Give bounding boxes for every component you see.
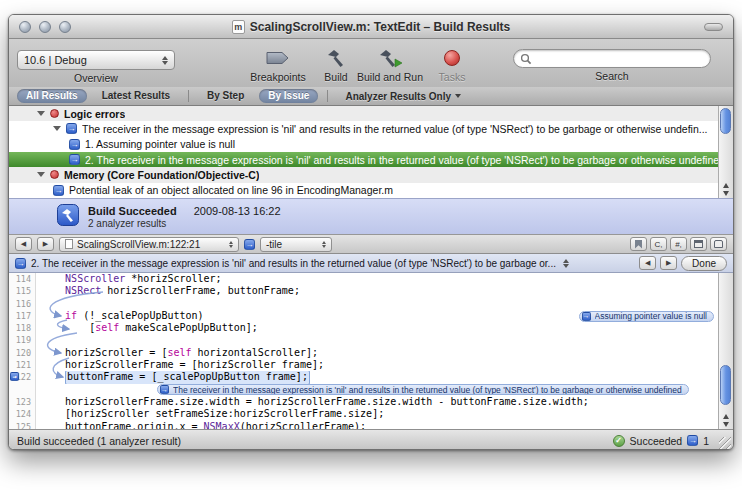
- filter-segment-by-step[interactable]: By Step: [198, 89, 253, 103]
- results-rows: Logic errors→The receiver in the message…: [9, 106, 718, 198]
- code-lines: 114 NSScroller *horizScroller;115 NSRect…: [9, 273, 718, 429]
- lock-button[interactable]: [710, 237, 727, 251]
- title-bar[interactable]: m ScalingScrollView.m: TextEdit – Build …: [9, 15, 733, 39]
- result-label: 2. The receiver in the message expressio…: [85, 154, 718, 166]
- build-and-run-button[interactable]: Build and Run: [347, 47, 433, 83]
- result-row[interactable]: →2. The receiver in the message expressi…: [9, 152, 718, 167]
- line-number: [9, 384, 36, 396]
- source-editor[interactable]: 114 NSScroller *horizScroller;115 NSRect…: [9, 273, 733, 429]
- result-row[interactable]: →1. Assuming pointer value is null: [9, 137, 718, 152]
- previous-issue-button[interactable]: ◀: [639, 256, 656, 270]
- scroll-down-icon[interactable]: [723, 422, 729, 427]
- filter-segment-by-issue[interactable]: By Issue: [259, 89, 318, 103]
- code-line[interactable]: 116: [9, 298, 718, 310]
- code-text: →The receiver in the message expression …: [36, 384, 718, 396]
- analyzer-results-only-popup[interactable]: Analyzer Results Only: [345, 91, 461, 102]
- analyzer-indicator-icon: →: [244, 239, 255, 250]
- filter-segment-latest-results[interactable]: Latest Results: [93, 89, 179, 103]
- analyzer-count: 1: [703, 435, 709, 447]
- tasks-button[interactable]: Tasks: [423, 47, 481, 83]
- build-succeeded-icon: [57, 204, 79, 230]
- code-line[interactable]: 125 buttonFrame.origin.x = NSMaxX(horizS…: [9, 421, 718, 429]
- counterparts-button[interactable]: C,: [650, 237, 667, 251]
- scroll-down-icon[interactable]: [723, 191, 729, 196]
- tasks-label: Tasks: [439, 71, 466, 83]
- analyzer-arrow-icon: →: [15, 258, 26, 269]
- line-number: 123: [9, 396, 36, 408]
- doc-badge-letter: m: [234, 22, 242, 32]
- split-view-icon: [694, 240, 703, 248]
- scrollbar-thumb[interactable]: [720, 365, 731, 405]
- file-location: ScalingScrollView.m:122:21: [77, 239, 200, 250]
- popup-arrows-icon[interactable]: [563, 259, 569, 268]
- result-row[interactable]: →The receiver in the message expression …: [9, 121, 718, 136]
- document-proxy-icon[interactable]: m: [232, 20, 245, 34]
- minimize-button[interactable]: [39, 21, 51, 33]
- toolbar-toggle-button[interactable]: [704, 23, 723, 31]
- next-issue-button[interactable]: ▶: [660, 256, 677, 270]
- results-scrollbar[interactable]: [718, 106, 733, 198]
- result-row[interactable]: Logic errors: [9, 106, 718, 121]
- scroll-up-icon[interactable]: [723, 183, 729, 188]
- separator: [327, 90, 328, 102]
- included-files-button[interactable]: #,: [670, 237, 687, 251]
- code-text: horizScroller = [self horizontalScroller…: [36, 347, 718, 359]
- search-input[interactable]: [513, 49, 711, 68]
- code-line[interactable]: 120 horizScroller = [self horizontalScro…: [9, 347, 718, 359]
- code-line[interactable]: 114 NSScroller *horizScroller;: [9, 273, 718, 285]
- code-line[interactable]: 119: [9, 334, 718, 346]
- code-line[interactable]: 118 [self makeScalePopUpButton];: [9, 322, 718, 334]
- search-icon: [520, 53, 532, 65]
- toolbar: 10.6 | Debug Overview Breakpoints Build: [9, 39, 733, 87]
- result-label: Potential leak of an object allocated on…: [69, 184, 393, 196]
- line-number: 118: [9, 322, 36, 334]
- code-line[interactable]: 121 horizScrollerFrame = [horizScroller …: [9, 359, 718, 371]
- code-line[interactable]: 115 NSRect horizScrollerFrame, buttonFra…: [9, 285, 718, 297]
- succeeded-label: Succeeded: [630, 435, 683, 447]
- overview-group: 10.6 | Debug Overview: [17, 50, 175, 84]
- code-line[interactable]: 124 [horizScroller setFrameSize:horizScr…: [9, 408, 718, 420]
- back-button[interactable]: ◀: [15, 237, 32, 251]
- done-button[interactable]: Done: [681, 256, 727, 271]
- scrollbar-thumb[interactable]: [720, 108, 731, 134]
- build-timestamp: 2009-08-13 16:22: [194, 205, 281, 217]
- category-icon: [50, 170, 59, 179]
- file-icon: [65, 239, 73, 249]
- code-line[interactable]: →The receiver in the message expression …: [9, 384, 718, 396]
- forward-button[interactable]: ▶: [37, 237, 54, 251]
- code-line[interactable]: 117 if (!_scalePopUpButton)→Assuming poi…: [9, 310, 718, 322]
- analyzer-issue-bar: → 2. The receiver in the message express…: [9, 254, 733, 273]
- close-button[interactable]: [19, 21, 31, 33]
- scrollbar-arrows[interactable]: [719, 183, 733, 196]
- result-label: The receiver in the message expression i…: [82, 123, 708, 135]
- overview-popup[interactable]: 10.6 | Debug: [17, 50, 175, 70]
- scroll-up-icon[interactable]: [723, 414, 729, 419]
- code-line[interactable]: 122→ buttonFrame = [_scalePopUpButton fr…: [9, 371, 718, 383]
- editor-scrollbar[interactable]: [718, 273, 733, 429]
- result-label: Logic errors: [64, 108, 125, 120]
- code-line[interactable]: 123 horizScrollerFrame.size.width = hori…: [9, 396, 718, 408]
- disclosure-triangle-icon[interactable]: [53, 126, 61, 131]
- analyzer-arrow-icon: →: [66, 123, 77, 134]
- file-history-popup[interactable]: ScalingScrollView.m:122:21: [59, 237, 239, 252]
- overview-value: 10.6 | Debug: [24, 54, 87, 66]
- bookmark-icon: [635, 240, 642, 249]
- code-text: [self makeScalePopUpButton];: [36, 322, 718, 334]
- scrollbar-arrows[interactable]: [719, 414, 733, 427]
- bookmarks-button[interactable]: [630, 237, 647, 251]
- split-editor-button[interactable]: [690, 237, 707, 251]
- disclosure-triangle-icon[interactable]: [37, 172, 45, 177]
- function-popup[interactable]: -tile: [260, 237, 332, 252]
- filter-segment-all-results[interactable]: All Results: [17, 89, 87, 103]
- code-text: buttonFrame = [_scalePopUpButton frame];: [36, 371, 718, 383]
- resize-grip[interactable]: [719, 437, 731, 449]
- code-text: horizScrollerFrame.size.width = horizScr…: [36, 396, 718, 408]
- result-row[interactable]: Memory (Core Foundation/Objective-C): [9, 167, 718, 182]
- result-row[interactable]: →Potential leak of an object allocated o…: [9, 183, 718, 198]
- editor-navigation-bar: ◀ ▶ ScalingScrollView.m:122:21 → -tile C…: [9, 234, 733, 254]
- disclosure-triangle-icon[interactable]: [37, 111, 45, 116]
- zoom-button[interactable]: [59, 21, 71, 33]
- status-message: Build succeeded (1 analyzer result): [17, 435, 181, 447]
- code-text: [36, 298, 718, 310]
- analyzer-arrow-icon: →: [69, 139, 80, 150]
